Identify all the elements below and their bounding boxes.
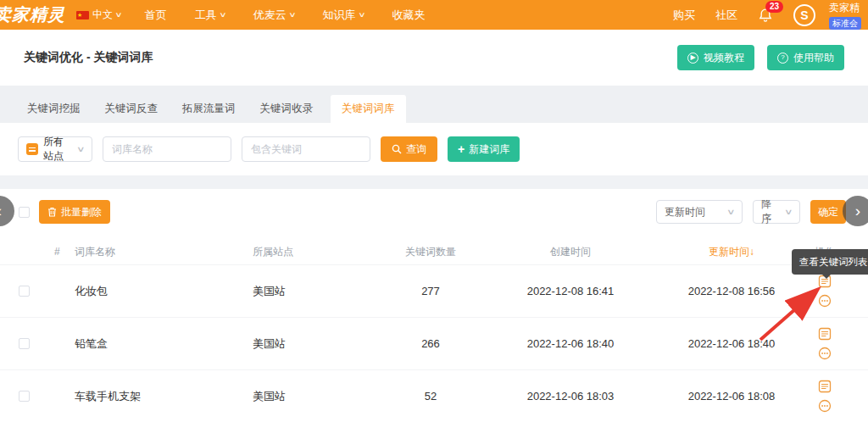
carousel-next-button[interactable]: › [843,196,868,226]
search-button[interactable]: 查询 [381,136,437,162]
search-label: 查询 [406,142,426,157]
updated-header: 更新时间 [709,246,749,258]
table-row: 化妆包 美国站 277 2022-12-08 16:41 2022-12-08 … [0,264,868,317]
trash-icon [47,207,57,217]
menu-label: 首页 [145,8,167,23]
confirm-button[interactable]: 确定 [810,200,846,224]
table-row: 铅笔盒 美国站 266 2022-12-06 18:40 2022-12-06 … [0,317,868,369]
tab-keyword-library[interactable]: 关键词词库 [331,95,406,123]
row-checkbox[interactable] [19,286,30,297]
row-checkbox[interactable] [19,391,30,402]
menu-item-youmaiyun[interactable]: 优麦云 ∨ [253,8,295,23]
keyword-count: 277 [380,285,481,297]
tab-traffic-expansion[interactable]: 拓展流量词 [175,95,242,123]
create-library-label: 新建词库 [469,142,509,157]
chevron-right-icon: › [855,202,860,220]
list-icon [818,327,832,341]
row-actions [804,380,868,413]
user-account[interactable]: 卖家精 标准会 [829,1,868,30]
question-circle-icon: ? [777,53,788,64]
col-count: 关键词数量 [380,245,481,259]
created-header: 创建时间 [550,246,591,258]
membership-badge: 标准会 [829,17,861,30]
contains-keyword-input[interactable] [242,136,370,162]
chevron-down-icon: ∨ [76,145,86,153]
sort-field-select[interactable]: 更新时间 ∨ [656,200,743,224]
ellipsis-circle-icon [818,294,832,308]
updated-time: 2022-12-06 18:40 [659,337,804,350]
row-actions [804,275,868,308]
bulk-delete-button[interactable]: 批量删除 [39,200,110,224]
library-name[interactable]: 车载手机支架 [75,389,253,404]
index-header: # [54,246,60,258]
menu-item-tools[interactable]: 工具 ∨ [195,8,225,23]
library-name[interactable]: 化妆包 [75,284,253,299]
confirm-label: 确定 [818,205,838,219]
tab-reverse-asin[interactable]: 关键词反查 [98,95,165,123]
library-name[interactable]: 铅笔盒 [75,336,253,352]
view-keyword-list-button[interactable] [818,380,832,393]
library-name-input[interactable] [103,136,231,162]
language-switcher[interactable]: ★ 中文 ∨ [76,8,121,22]
create-library-button[interactable]: + 新建词库 [448,136,520,162]
site-header: 所属站点 [253,246,293,258]
more-actions-button[interactable] [818,399,832,413]
col-created: 创建时间 [481,245,659,259]
select-all-checkbox[interactable] [19,207,30,218]
keyword-count: 52 [380,390,481,403]
col-index: # [0,246,75,258]
sellersprite-logo-icon[interactable]: S [793,4,815,26]
top-navbar: 卖家精灵 ★ 中文 ∨ 首页 工具 ∨ 优麦云 ∨ 知识库 ∨ 收藏夹 [0,0,868,30]
chevron-down-icon: ∨ [288,11,296,19]
tab-keyword-indexing[interactable]: 关键词收录 [253,95,320,123]
site-select-value: 所有站点 [43,135,73,164]
site-select[interactable]: 所有站点 ∨ [18,136,92,162]
tab-keyword-mining[interactable]: 关键词挖掘 [20,95,87,123]
navbar-right: 购买 社区 23 S 卖家精 标准会 [673,1,868,30]
brand-logo: 卖家精灵 [0,3,65,26]
col-updated-sort[interactable]: 更新时间↓ [659,245,804,259]
notification-bell[interactable]: 23 [758,8,773,23]
username: 卖家精 [829,1,860,15]
video-tutorial-button[interactable]: ▶ 视频教程 [677,45,754,70]
created-time: 2022-12-06 18:40 [481,337,659,350]
chevron-down-icon: ∨ [784,208,793,216]
updated-time: 2022-12-08 16:56 [659,285,804,297]
sort-controls: 更新时间 ∨ 降序 ∨ 确定 [656,200,846,224]
sort-order-select[interactable]: 降序 ∨ [753,200,800,224]
tooltip: 查看关键词列表 [792,249,868,275]
help-button[interactable]: ? 使用帮助 [767,45,844,70]
ellipsis-circle-icon [818,399,832,413]
menu-item-home[interactable]: 首页 [145,8,167,23]
play-circle-icon: ▶ [687,53,698,64]
menu-label: 优麦云 [253,8,287,23]
page-title: 关键词优化 - 关键词词库 [24,50,153,65]
list-icon [818,380,832,393]
community-link[interactable]: 社区 [715,8,737,23]
menu-label: 工具 [195,8,217,23]
table-header-row: # 词库名称 所属站点 关键词数量 创建时间 更新时间↓ 操作 [0,239,868,264]
more-actions-button[interactable] [818,294,832,308]
page-header: 关键词优化 - 关键词词库 ▶ 视频教程 ? 使用帮助 [0,30,868,86]
row-actions [804,327,868,360]
created-time: 2022-12-08 16:41 [481,285,659,297]
col-name: 词库名称 [75,245,253,259]
table-row: 车载手机支架 美国站 52 2022-12-06 18:03 2022-12-0… [0,369,868,422]
video-tutorial-label: 视频教程 [704,51,744,65]
sort-field-value: 更新时间 [665,205,705,219]
more-actions-button[interactable] [818,347,832,360]
library-site: 美国站 [253,284,380,299]
main-menu: 首页 工具 ∨ 优麦云 ∨ 知识库 ∨ 收藏夹 [145,8,426,23]
buy-link[interactable]: 购买 [673,8,695,23]
library-table-panel: 批量删除 更新时间 ∨ 降序 ∨ 确定 # 词库名称 所属站点 关键词数量 [0,189,868,422]
chevron-down-icon: ∨ [114,11,122,19]
menu-item-knowledge[interactable]: 知识库 ∨ [323,8,364,23]
menu-label: 收藏夹 [392,8,425,23]
chevron-down-icon: ∨ [219,11,226,19]
view-keyword-list-button[interactable] [818,327,832,341]
row-checkbox[interactable] [19,338,30,349]
col-site: 所属站点 [253,245,380,259]
chevron-down-icon: ∨ [358,11,365,19]
menu-item-favorites[interactable]: 收藏夹 [392,8,425,23]
site-icon [26,143,38,155]
